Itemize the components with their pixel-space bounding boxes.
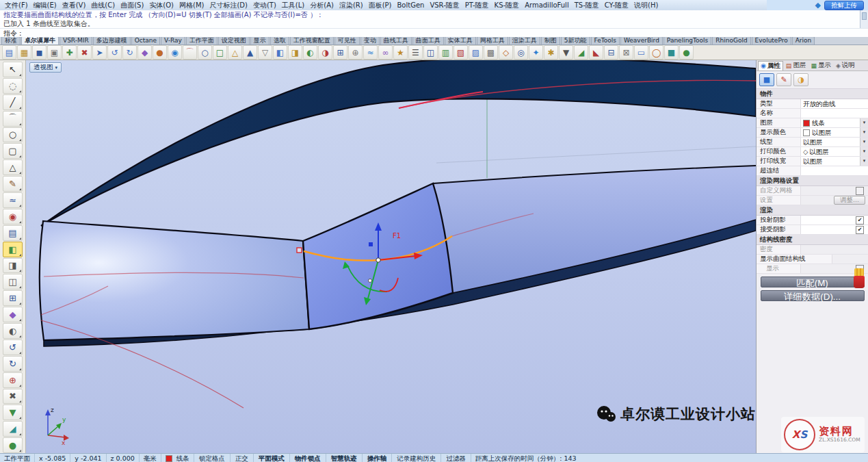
- toolbar-tab[interactable]: 变动: [360, 37, 380, 44]
- toolbar-icon[interactable]: ●: [679, 45, 694, 60]
- toolbar-icon[interactable]: ◢: [574, 45, 588, 60]
- menu-item[interactable]: 工具(L): [279, 1, 307, 10]
- toolbar-tab[interactable]: 设定视图: [218, 37, 250, 44]
- menu-item[interactable]: PT-随意: [462, 1, 492, 10]
- dropdown-arrow-icon[interactable]: ▾: [860, 138, 868, 146]
- left-tool-icon[interactable]: △: [3, 159, 23, 175]
- menu-item[interactable]: 曲线(C): [88, 1, 118, 10]
- dropdown-arrow-icon[interactable]: ▾: [860, 128, 868, 137]
- property-mode-icon[interactable]: ◑: [793, 73, 808, 86]
- toolbar-icon[interactable]: ∞: [378, 45, 393, 60]
- toolbar-icon[interactable]: ▥: [438, 45, 453, 60]
- toolbar-tab[interactable]: 多边形建模: [93, 37, 131, 44]
- toolbar-icon[interactable]: ▽: [258, 45, 272, 60]
- property-mode-icon[interactable]: ✎: [776, 73, 791, 86]
- menu-item[interactable]: 分析(A): [307, 1, 337, 10]
- details-button[interactable]: 详细数据(D)...: [761, 290, 865, 301]
- toolbar-tab[interactable]: FeTools: [591, 37, 620, 44]
- panel-tab[interactable]: ▦ 显示: [808, 61, 833, 70]
- left-tool-icon[interactable]: ◆: [3, 307, 23, 322]
- toolbar-tab[interactable]: Octane: [131, 37, 160, 44]
- menu-item[interactable]: 文件(F): [2, 1, 31, 10]
- menu-item[interactable]: 面板(P): [366, 1, 395, 10]
- toolbar-tab[interactable]: V-Ray: [161, 37, 185, 44]
- gumball-origin[interactable]: [376, 258, 380, 262]
- toolbar-icon[interactable]: ◐: [303, 45, 317, 60]
- toolbar-tab[interactable]: 可见性: [334, 37, 360, 44]
- toolbar-icon[interactable]: ▧: [453, 45, 468, 60]
- left-tool-icon[interactable]: ◧: [3, 242, 23, 257]
- toolbar-icon[interactable]: ◣: [589, 45, 603, 60]
- dropdown-arrow-icon[interactable]: ▾: [860, 147, 868, 156]
- panel-tab[interactable]: ◉ 属性: [758, 61, 783, 70]
- statusbar-pane[interactable]: 智慧轨迹: [326, 454, 363, 462]
- menu-item[interactable]: 查看(V): [60, 1, 89, 10]
- command-input[interactable]: 指令：: [0, 28, 868, 38]
- toolbar-icon[interactable]: ○: [198, 45, 212, 60]
- toolbar-tab[interactable]: 卓尔谟犀牛: [21, 37, 59, 44]
- upload-button[interactable]: 抢鲜上传: [824, 1, 864, 10]
- statusbar-pane[interactable]: 记录建构历史: [392, 454, 441, 462]
- toolbar-icon[interactable]: ⊞: [333, 45, 347, 60]
- toolbar-icon[interactable]: ▲: [243, 45, 257, 60]
- toolbar-icon[interactable]: ✦: [529, 45, 543, 60]
- surface-right-band[interactable]: [433, 166, 756, 293]
- menu-item[interactable]: BoltGen: [395, 1, 428, 9]
- toolbar-tab[interactable]: PanelingTools: [663, 37, 711, 44]
- statusbar-pane[interactable]: 操作轴: [363, 454, 393, 462]
- left-tool-icon[interactable]: ⊕: [3, 372, 23, 388]
- menu-item[interactable]: 编辑(E): [31, 1, 60, 10]
- toolbar-icon[interactable]: △: [228, 45, 242, 60]
- left-tool-icon[interactable]: ●: [3, 437, 23, 453]
- toolbar-icon[interactable]: ⌒: [183, 45, 197, 60]
- toolbar-icon[interactable]: ↺: [107, 45, 122, 60]
- toolbar-tab[interactable]: 渲染工具: [509, 37, 540, 44]
- left-tool-icon[interactable]: ✎: [3, 176, 23, 192]
- toolbar-icon[interactable]: ✱: [544, 45, 558, 60]
- toolbar-icon[interactable]: ⊕: [348, 45, 363, 60]
- menu-item[interactable]: KS-随意: [492, 1, 523, 10]
- toolbar-icon[interactable]: ≈: [363, 45, 378, 60]
- toolbar-icon[interactable]: ✖: [77, 45, 92, 60]
- toolbar-tab[interactable]: 曲面工具: [412, 37, 444, 44]
- menu-item[interactable]: 渲染(R): [337, 1, 366, 10]
- left-tool-icon[interactable]: ╱: [3, 94, 23, 110]
- toolbar-icon[interactable]: ◫: [423, 45, 438, 60]
- receive-shadow-checkbox[interactable]: ✔: [856, 226, 864, 234]
- left-tool-icon[interactable]: ⊞: [3, 290, 23, 306]
- left-tool-icon[interactable]: ◨: [3, 258, 23, 274]
- name-input[interactable]: [800, 109, 868, 118]
- print-width-dropdown[interactable]: 以图层 ▾: [800, 157, 868, 166]
- menu-item[interactable]: 说明(H): [631, 1, 661, 10]
- toolbar-icon[interactable]: □: [213, 45, 227, 60]
- hyperlink-input[interactable]: [800, 166, 868, 175]
- toolbar-tab[interactable]: 工作视窗配置: [290, 37, 334, 44]
- toolbar-tab[interactable]: WeaverBird: [620, 37, 663, 44]
- toolbar-icon[interactable]: ➤: [92, 45, 107, 60]
- toolbar-icon[interactable]: ⊠: [619, 45, 633, 60]
- menu-item[interactable]: 尺寸标注(D): [207, 1, 250, 10]
- statusbar-pane[interactable]: 正交: [231, 454, 254, 462]
- toolbar-icon[interactable]: ◯: [649, 45, 663, 60]
- surface-left-patch[interactable]: [40, 221, 309, 340]
- toolbar-tab[interactable]: 制图: [541, 37, 560, 44]
- adjust-button[interactable]: 调整...: [834, 196, 865, 205]
- left-tool-icon[interactable]: ○: [3, 127, 23, 143]
- toolbar-tab[interactable]: 选取: [270, 37, 289, 44]
- toolbar-icon[interactable]: ◑: [318, 45, 332, 60]
- toolbar-icon[interactable]: ☰: [408, 45, 423, 60]
- print-color-dropdown[interactable]: ◇ 以图层 ▾: [800, 147, 868, 156]
- viewport-title-tab[interactable]: 透视图 ▾: [29, 62, 62, 73]
- dropdown-arrow-icon[interactable]: ▾: [860, 118, 868, 127]
- left-tool-icon[interactable]: ≈: [3, 192, 23, 208]
- statusbar-pane[interactable]: 物件锁点: [290, 454, 326, 462]
- menu-item[interactable]: ArmadilloFull: [522, 1, 572, 9]
- menu-item[interactable]: CY-随意: [602, 1, 631, 10]
- toolbar-tab[interactable]: RhinoGold: [712, 37, 750, 44]
- toolbar-tab[interactable]: 曲线工具: [380, 37, 412, 44]
- match-button[interactable]: 匹配(M): [761, 277, 865, 287]
- toolbar-tab[interactable]: 标准: [1, 37, 21, 44]
- perspective-viewport[interactable]: F1 z x y 透视图 ▾ 卓尔谟工业设计小站: [26, 60, 756, 453]
- left-tool-icon[interactable]: ▢: [3, 143, 23, 159]
- toolbar-icon[interactable]: ▨: [469, 45, 483, 60]
